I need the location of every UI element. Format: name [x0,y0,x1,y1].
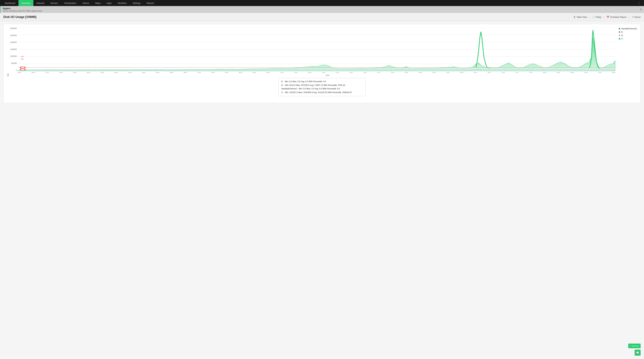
table-view-label: Table View [576,16,587,18]
table-view-link[interactable]: ☰ Table View [574,16,587,18]
nav-item-settings[interactable]: Settings [130,0,144,6]
chart-svg [18,28,615,71]
today-label: Today [596,16,602,18]
separator-3: | [629,16,629,18]
stats-line-harddisk: HarddiskVolume1 - Min: 0.0 Max: 0.0 Avg:… [281,87,363,91]
nav-item-apps[interactable]: Apps [104,0,115,6]
y-axis-label: Bps [7,28,9,76]
calendar-icon: 📅 [606,16,609,18]
legend: HarddiskVolume1 E: D: C: [619,28,637,40]
stats-line-c: C: - Min: 161307.0 Max: 3242455.0 Avg: 3… [281,91,363,94]
legend-label-d: D: [621,34,623,36]
nav-item-dashboard[interactable]: Dashboard [2,0,18,6]
page-actions: ☰ Table View | 🕐 Today | 📅 Schedule Repo… [574,16,641,18]
host-sub: Server | Windows 2012 R2 | WMI | HyperV-… [3,10,42,12]
schedule-report-label: Schedule Report [610,16,626,18]
legend-dot-harddisk [619,28,620,30]
nav-item-workflow[interactable]: Workflow [115,0,130,6]
nav-item-alarms[interactable]: Alarms [80,0,92,6]
legend-item-e: E: [619,31,637,33]
percentile-95th-upper: 95th [21,56,24,57]
y-tick-labels: 3000000 2500000 2000000 1500000 1000000 … [10,28,17,71]
legend-label-harddisk: HarddiskVolume1 [621,28,637,30]
legend-item-d: D: [619,34,637,36]
separator-2: | [604,16,604,18]
top-navigation: Dashboard Inventory Network Servers Virt… [0,0,644,6]
nav-item-network[interactable]: Network [33,0,48,6]
breadcrumb-bar: hyperv Server | Windows 2012 R2 | WMI | … [0,6,644,13]
legend-dot-c [619,38,620,40]
legend-item-harddisk: HarddiskVolume1 [619,28,637,30]
legend-label-c: C: [621,38,623,40]
export-link[interactable]: ↗ Export [632,16,641,18]
table-icon: ☰ [574,16,576,18]
nav-item-maps[interactable]: Maps [92,0,104,6]
nav-more-icon[interactable]: ⋮ [636,1,642,5]
legend-item-c: C: [619,38,637,40]
x-axis-label: Time [18,74,637,76]
x-axis-ticks: 00:02 00:45 01:10 01:34 02:04 02:38 03:0… [18,72,615,73]
stats-box: E: - Min: 0.0 Max: 0.0 Avg: 0.0 95th Per… [278,78,366,96]
nav-item-servers[interactable]: Servers [48,0,61,6]
legend-dot-d [619,34,620,36]
close-button[interactable]: × [640,8,642,11]
page-title: Disk I/O Usage [VIWMI] [3,15,36,19]
percentile-95th-lower: 95th [21,58,24,60]
nav-item-reports[interactable]: Reports [144,0,157,6]
clock-icon: 🕐 [592,16,595,18]
separator-1: | [589,16,590,18]
stats-line-e: E: - Min: 0.0 Max: 0.0 Avg: 0.0 95th Per… [281,80,363,84]
export-icon: ↗ [632,16,634,18]
today-button[interactable]: 🕐 Today [592,16,602,18]
host-name: hyperv [3,7,42,10]
legend-dot-e [619,31,620,33]
nav-item-inventory[interactable]: Inventory [18,0,33,6]
export-label: Export [634,16,641,18]
chart-inner: HarddiskVolume1 E: D: C: [18,28,637,76]
nav-item-virtualization[interactable]: Virtualization [61,0,80,6]
chart-wrap: Bps 3000000 2500000 2000000 1500000 1000… [7,28,637,76]
legend-label-e: E: [621,31,623,33]
schedule-report-link[interactable]: 📅 Schedule Report [606,16,626,18]
page-header: Disk I/O Usage [VIWMI] ☰ Table View | 🕐 … [0,13,644,21]
stats-line-d: D: - Min: 8122.0 Max: 457265.0 Avg: 1199… [281,84,363,87]
svg-point-9 [20,68,25,70]
chart-container: Bps 3000000 2500000 2000000 1500000 1000… [3,24,641,103]
